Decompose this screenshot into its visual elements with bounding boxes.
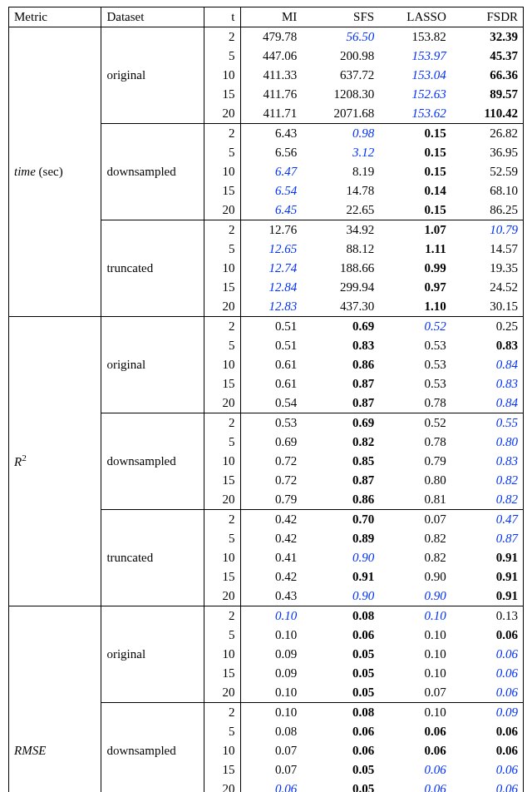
cell-sfs: 0.06 bbox=[302, 722, 379, 741]
cell-sfs: 299.94 bbox=[302, 278, 379, 297]
cell-lasso: 153.82 bbox=[379, 27, 451, 47]
cell-sfs: 0.69 bbox=[302, 317, 379, 337]
cell-mi: 6.45 bbox=[240, 200, 302, 220]
cell-t: 2 bbox=[204, 317, 240, 337]
cell-lasso: 0.90 bbox=[379, 567, 451, 587]
cell-mi: 0.61 bbox=[240, 374, 302, 394]
cell-t: 15 bbox=[204, 278, 240, 297]
cell-lasso: 0.80 bbox=[379, 471, 451, 490]
cell-sfs: 0.05 bbox=[302, 645, 379, 664]
cell-t: 2 bbox=[204, 510, 240, 530]
cell-mi: 12.65 bbox=[240, 240, 302, 259]
cell-mi: 0.42 bbox=[240, 510, 302, 530]
cell-lasso: 152.63 bbox=[379, 85, 451, 104]
cell-fsdr: 0.84 bbox=[451, 394, 524, 413]
cell-t: 20 bbox=[204, 200, 240, 220]
cell-lasso: 0.07 bbox=[379, 683, 451, 703]
metric-label: R2 bbox=[9, 317, 101, 606]
cell-sfs: 0.05 bbox=[302, 683, 379, 703]
cell-sfs: 0.05 bbox=[302, 664, 379, 683]
cell-sfs: 34.92 bbox=[302, 220, 379, 240]
cell-fsdr: 0.83 bbox=[451, 336, 524, 355]
metric-label: RMSE bbox=[9, 606, 101, 793]
cell-mi: 0.07 bbox=[240, 760, 302, 780]
cell-sfs: 56.50 bbox=[302, 27, 379, 47]
cell-lasso: 0.15 bbox=[379, 143, 451, 162]
cell-sfs: 0.05 bbox=[302, 760, 379, 780]
cell-t: 10 bbox=[204, 355, 240, 374]
cell-sfs: 0.86 bbox=[302, 490, 379, 510]
cell-fsdr: 0.06 bbox=[451, 645, 524, 664]
cell-lasso: 0.10 bbox=[379, 664, 451, 683]
cell-fsdr: 0.06 bbox=[451, 741, 524, 760]
cell-sfs: 0.69 bbox=[302, 413, 379, 433]
cell-t: 15 bbox=[204, 664, 240, 683]
cell-fsdr: 0.87 bbox=[451, 529, 524, 548]
cell-fsdr: 0.91 bbox=[451, 548, 524, 567]
col-t: t bbox=[204, 7, 240, 27]
cell-sfs: 0.83 bbox=[302, 336, 379, 355]
cell-t: 15 bbox=[204, 471, 240, 490]
cell-lasso: 0.52 bbox=[379, 317, 451, 337]
cell-lasso: 0.79 bbox=[379, 452, 451, 471]
cell-fsdr: 0.47 bbox=[451, 510, 524, 530]
cell-fsdr: 0.06 bbox=[451, 722, 524, 741]
cell-mi: 0.54 bbox=[240, 394, 302, 413]
col-sfs: SFS bbox=[302, 7, 379, 27]
cell-t: 15 bbox=[204, 85, 240, 104]
cell-lasso: 1.10 bbox=[379, 297, 451, 317]
cell-fsdr: 24.52 bbox=[451, 278, 524, 297]
cell-fsdr: 45.37 bbox=[451, 47, 524, 66]
table-row: time (sec)original2479.7856.50153.8232.3… bbox=[9, 27, 524, 47]
cell-t: 10 bbox=[204, 452, 240, 471]
cell-lasso: 0.06 bbox=[379, 780, 451, 792]
cell-lasso: 0.14 bbox=[379, 181, 451, 200]
cell-t: 10 bbox=[204, 645, 240, 664]
cell-sfs: 0.89 bbox=[302, 529, 379, 548]
cell-mi: 6.54 bbox=[240, 181, 302, 200]
col-fsdr: FSDR bbox=[451, 7, 524, 27]
cell-lasso: 153.04 bbox=[379, 66, 451, 85]
dataset-label: truncated bbox=[101, 220, 204, 317]
cell-mi: 0.79 bbox=[240, 490, 302, 510]
cell-sfs: 0.90 bbox=[302, 587, 379, 606]
cell-sfs: 2071.68 bbox=[302, 104, 379, 124]
cell-fsdr: 10.79 bbox=[451, 220, 524, 240]
cell-fsdr: 66.36 bbox=[451, 66, 524, 85]
cell-fsdr: 0.91 bbox=[451, 567, 524, 587]
cell-fsdr: 0.09 bbox=[451, 703, 524, 723]
cell-lasso: 153.62 bbox=[379, 104, 451, 124]
cell-mi: 0.53 bbox=[240, 413, 302, 433]
cell-t: 20 bbox=[204, 587, 240, 606]
cell-sfs: 0.08 bbox=[302, 703, 379, 723]
cell-lasso: 0.90 bbox=[379, 587, 451, 606]
cell-mi: 0.09 bbox=[240, 664, 302, 683]
dataset-label: original bbox=[101, 317, 204, 413]
cell-fsdr: 68.10 bbox=[451, 181, 524, 200]
cell-sfs: 0.86 bbox=[302, 355, 379, 374]
cell-fsdr: 0.06 bbox=[451, 683, 524, 703]
cell-lasso: 0.78 bbox=[379, 394, 451, 413]
cell-mi: 411.71 bbox=[240, 104, 302, 124]
cell-mi: 0.51 bbox=[240, 336, 302, 355]
cell-t: 2 bbox=[204, 703, 240, 723]
col-lasso: LASSO bbox=[379, 7, 451, 27]
cell-t: 2 bbox=[204, 124, 240, 144]
cell-sfs: 200.98 bbox=[302, 47, 379, 66]
cell-mi: 0.10 bbox=[240, 683, 302, 703]
cell-fsdr: 0.84 bbox=[451, 355, 524, 374]
cell-mi: 12.74 bbox=[240, 259, 302, 278]
cell-lasso: 0.78 bbox=[379, 433, 451, 452]
cell-fsdr: 0.13 bbox=[451, 606, 524, 626]
cell-lasso: 1.07 bbox=[379, 220, 451, 240]
cell-fsdr: 26.82 bbox=[451, 124, 524, 144]
cell-fsdr: 14.57 bbox=[451, 240, 524, 259]
cell-fsdr: 110.42 bbox=[451, 104, 524, 124]
cell-mi: 0.43 bbox=[240, 587, 302, 606]
cell-fsdr: 30.15 bbox=[451, 297, 524, 317]
dataset-label: original bbox=[101, 606, 204, 703]
cell-fsdr: 0.82 bbox=[451, 471, 524, 490]
cell-fsdr: 19.35 bbox=[451, 259, 524, 278]
cell-lasso: 0.15 bbox=[379, 200, 451, 220]
metric-label: time (sec) bbox=[9, 27, 101, 317]
